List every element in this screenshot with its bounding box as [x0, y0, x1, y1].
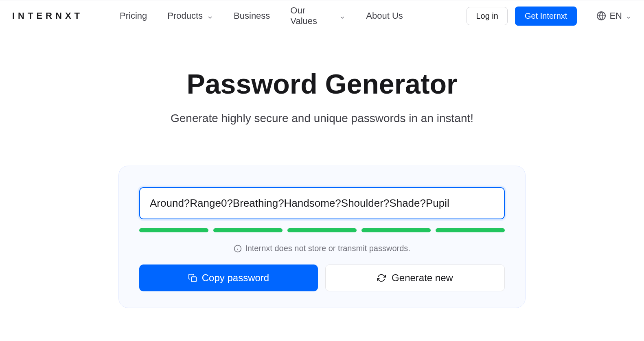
get-internxt-button[interactable]: Get Internxt	[515, 7, 577, 26]
password-input[interactable]	[139, 187, 505, 219]
nav-about-label: About Us	[366, 11, 403, 21]
header: INTERNXT Pricing Products Business Our V…	[0, 0, 644, 31]
chevron-down-icon	[207, 13, 213, 19]
globe-icon	[596, 11, 606, 21]
nav-values-label: Our Values	[290, 5, 323, 26]
page-title: Password Generator	[186, 68, 457, 100]
generate-new-button[interactable]: Generate new	[325, 264, 505, 291]
main-content: Password Generator Generate highly secur…	[0, 31, 644, 324]
login-button[interactable]: Log in	[467, 7, 508, 25]
svg-rect-5	[191, 277, 196, 282]
nav-business[interactable]: Business	[234, 11, 270, 21]
nav-products[interactable]: Products	[167, 11, 213, 21]
logo[interactable]: INTERNXT	[12, 11, 83, 21]
nav-about[interactable]: About Us	[366, 11, 403, 21]
nav-values[interactable]: Our Values	[290, 5, 346, 26]
nav-pricing-label: Pricing	[120, 11, 147, 21]
strength-segment	[213, 228, 283, 232]
strength-segment	[361, 228, 431, 232]
card-actions: Copy password Generate new	[139, 264, 505, 291]
language-label: EN	[609, 11, 622, 21]
copy-password-button[interactable]: Copy password	[139, 264, 318, 291]
nav-products-label: Products	[167, 11, 203, 21]
nav-business-label: Business	[234, 11, 270, 21]
generator-card: Internxt does not store or transmit pass…	[118, 166, 526, 308]
page-subtitle: Generate highly secure and unique passwo…	[171, 112, 473, 125]
strength-segment	[436, 228, 505, 232]
generate-label: Generate new	[392, 272, 453, 284]
strength-meter	[139, 228, 505, 232]
strength-segment	[139, 228, 208, 232]
info-icon	[234, 245, 242, 253]
chevron-down-icon	[339, 13, 346, 19]
language-selector[interactable]: EN	[596, 11, 632, 21]
disclaimer-text: Internxt does not store or transmit pass…	[245, 244, 410, 253]
strength-segment	[287, 228, 357, 232]
main-nav: Pricing Products Business Our Values Abo…	[120, 5, 403, 26]
refresh-icon	[377, 273, 386, 282]
copy-label: Copy password	[202, 272, 269, 284]
disclaimer: Internxt does not store or transmit pass…	[139, 244, 505, 253]
copy-icon	[188, 273, 197, 282]
nav-pricing[interactable]: Pricing	[120, 11, 147, 21]
chevron-down-icon	[625, 13, 632, 19]
header-actions: Log in Get Internxt EN	[467, 7, 632, 26]
